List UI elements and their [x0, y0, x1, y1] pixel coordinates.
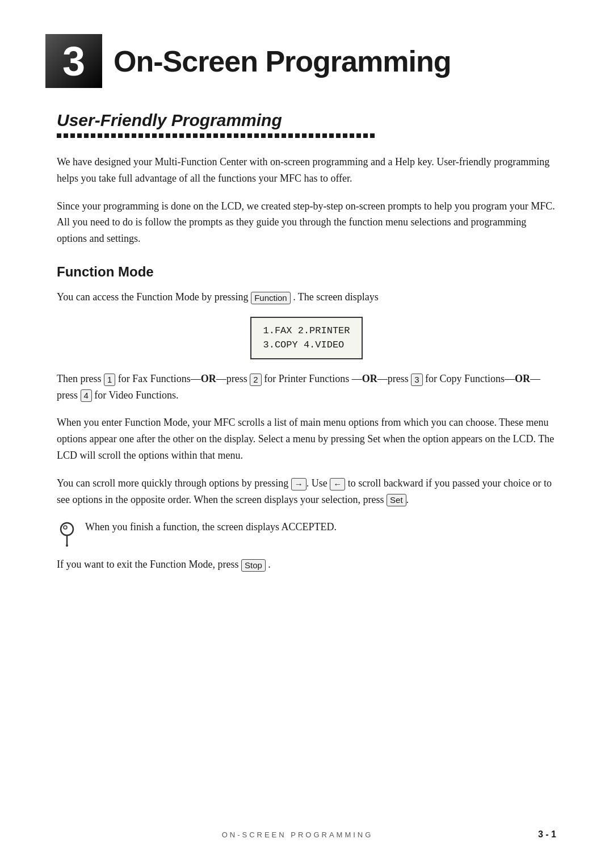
section-dot — [166, 133, 170, 138]
section-dot — [213, 133, 218, 138]
section-dot — [77, 133, 82, 138]
lcd-display-wrapper: 1.FAX 2.PRINTER 3.COPY 4.VIDEO — [57, 317, 556, 359]
section-dot — [322, 133, 327, 138]
section-dot — [227, 133, 232, 138]
tip-text: When you finish a function, the screen d… — [85, 519, 337, 535]
section-dot — [98, 133, 102, 138]
section-dot — [288, 133, 293, 138]
section-header: User-Friendly Programming — [57, 111, 556, 138]
stop-after: . — [268, 559, 271, 570]
paragraph4-end: . — [406, 494, 409, 505]
section-dot — [309, 133, 313, 138]
section-dot — [282, 133, 286, 138]
section-dot — [118, 133, 123, 138]
key-2[interactable]: 2 — [250, 374, 261, 386]
section-dot — [302, 133, 306, 138]
tip-icon — [57, 520, 77, 547]
intro-paragraph-2: Since your programming is done on the LC… — [57, 198, 556, 247]
section-dot — [247, 133, 252, 138]
section-dot — [70, 133, 75, 138]
section-dot — [207, 133, 211, 138]
section-dot — [363, 133, 368, 138]
section-dot — [275, 133, 279, 138]
section-dot — [125, 133, 129, 138]
footer-right: 3 - 1 — [538, 829, 556, 840]
section-dot — [104, 133, 109, 138]
section-dot — [57, 133, 61, 138]
section-dot — [84, 133, 89, 138]
function-mode-paragraph1: You can access the Function Mode by pres… — [57, 289, 556, 305]
function-mode-paragraph3: When you enter Function Mode, your MFC s… — [57, 414, 556, 463]
section-dot — [316, 133, 320, 138]
stop-before: If you want to exit the Function Mode, p… — [57, 559, 238, 570]
key-4[interactable]: 4 — [81, 389, 92, 402]
section-dot — [179, 133, 184, 138]
section-dot — [343, 133, 347, 138]
lcd-line2: 3.COPY 4.VIDEO — [263, 338, 350, 353]
section-dot — [254, 133, 259, 138]
section-dot — [111, 133, 116, 138]
section-dot — [138, 133, 143, 138]
svg-point-3 — [66, 544, 68, 547]
arrow-left-key[interactable]: ← — [330, 478, 345, 490]
page: 3 On-Screen Programming User-Friendly Pr… — [0, 0, 613, 868]
section-dot — [241, 133, 245, 138]
chapter-header: 3 On-Screen Programming — [45, 34, 556, 88]
stop-paragraph: If you want to exit the Function Mode, p… — [57, 556, 556, 573]
lcd-display: 1.FAX 2.PRINTER 3.COPY 4.VIDEO — [250, 317, 362, 359]
svg-point-0 — [61, 523, 73, 535]
lcd-line1: 1.FAX 2.PRINTER — [263, 324, 350, 338]
section-title: User-Friendly Programming — [57, 111, 556, 130]
section-dot — [295, 133, 300, 138]
section-dot — [329, 133, 334, 138]
function-mode-paragraph4: You can scroll more quickly through opti… — [57, 475, 556, 508]
function-mode-paragraph2: Then press 1 for Fax Functions—OR—press … — [57, 371, 556, 404]
section-dot — [356, 133, 361, 138]
paragraph1-after: . The screen displays — [293, 291, 379, 303]
section-dot — [186, 133, 191, 138]
section-dot — [193, 133, 198, 138]
footer-center: ON-SCREEN PROGRAMMING — [222, 831, 373, 839]
set-key[interactable]: Set — [387, 494, 406, 506]
paragraph1-before: You can access the Function Mode by pres… — [57, 291, 249, 303]
section-dot — [261, 133, 266, 138]
svg-point-1 — [64, 526, 67, 529]
section-dot — [220, 133, 225, 138]
key-3[interactable]: 3 — [411, 374, 422, 386]
section-dot — [200, 133, 204, 138]
section-dot — [370, 133, 375, 138]
section-dot — [64, 133, 68, 138]
section-dot — [268, 133, 272, 138]
section-dots — [57, 133, 556, 138]
section-dot — [336, 133, 341, 138]
function-key[interactable]: Function — [251, 292, 291, 304]
section-dot — [173, 133, 177, 138]
subsection-title: Function Mode — [57, 264, 556, 280]
section-dot — [159, 133, 163, 138]
section-dot — [234, 133, 238, 138]
section-dot — [145, 133, 150, 138]
stop-key[interactable]: Stop — [241, 559, 266, 572]
chapter-title: On-Screen Programming — [114, 44, 451, 78]
key-1[interactable]: 1 — [104, 374, 115, 386]
footer: ON-SCREEN PROGRAMMING 3 - 1 — [57, 829, 556, 840]
tip-row: When you finish a function, the screen d… — [57, 519, 556, 547]
chapter-number: 3 — [45, 34, 102, 88]
arrow-right-key[interactable]: → — [291, 478, 306, 490]
section-dot — [152, 133, 157, 138]
section-dot — [91, 133, 95, 138]
section-dot — [350, 133, 354, 138]
section-dot — [132, 133, 136, 138]
intro-paragraph-1: We have designed your Multi-Function Cen… — [57, 154, 556, 187]
